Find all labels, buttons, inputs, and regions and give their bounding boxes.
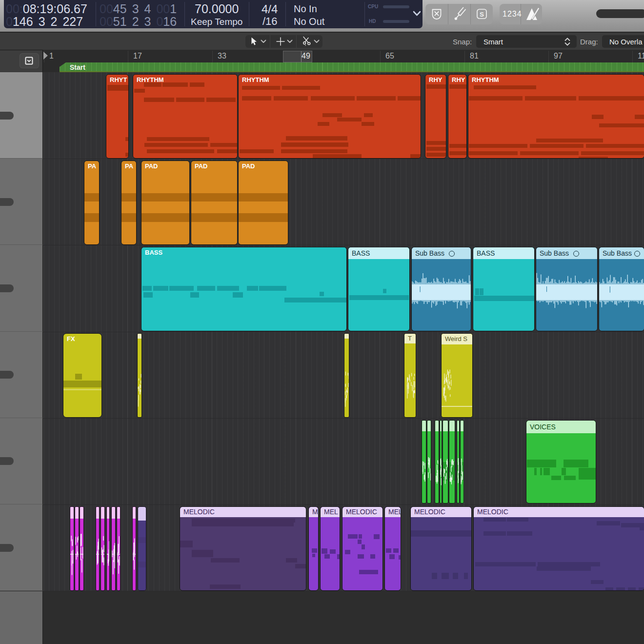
svg-text:S: S bbox=[480, 11, 484, 18]
